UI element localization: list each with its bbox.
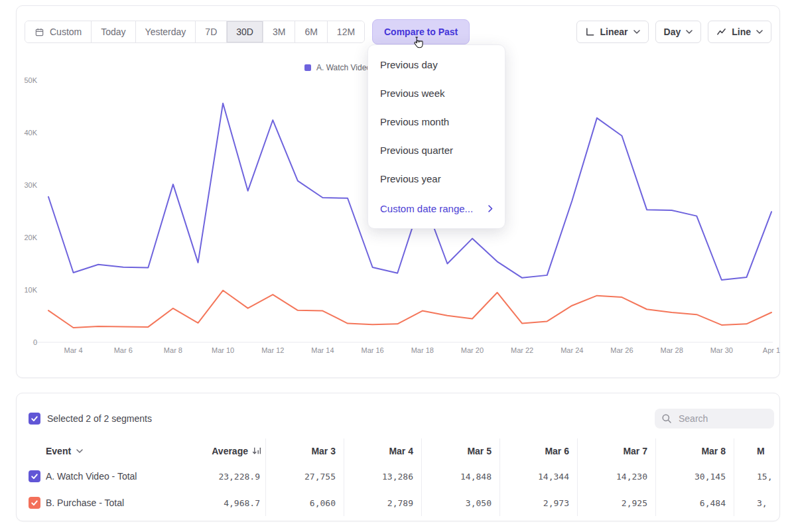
menu-item-previous-week[interactable]: Previous week [368, 79, 505, 107]
scale-label: Linear [600, 27, 628, 37]
menu-item-previous-quarter[interactable]: Previous quarter [368, 136, 505, 165]
svg-text:Apr 1: Apr 1 [763, 346, 780, 354]
cell-value: 2,973 [500, 490, 578, 516]
row-checkbox[interactable] [29, 497, 40, 509]
check-icon [31, 472, 38, 480]
custom-range-label: Custom [50, 27, 82, 37]
menu-item-custom-date-range[interactable]: Custom date range... [368, 194, 505, 223]
column-header-average[interactable]: Average [190, 438, 266, 463]
segment-label: B. Purchase - Total [46, 498, 124, 508]
select-all-checkbox[interactable] [29, 413, 40, 425]
svg-text:Mar 18: Mar 18 [411, 346, 434, 354]
cell-value: 13,286 [344, 463, 422, 490]
column-header-date: Mar 6 [500, 438, 578, 463]
segments-header: Selected 2 of 2 segments [29, 407, 774, 431]
cell-average: 4,968.7 [190, 490, 266, 516]
column-header-date: Mar 5 [422, 438, 500, 463]
cell-value: 27,755 [266, 463, 344, 490]
cell-value-partial: 3, [734, 490, 780, 516]
compare-menu: Previous day Previous week Previous mont… [367, 44, 505, 229]
svg-text:Mar 22: Mar 22 [511, 346, 533, 354]
check-icon [31, 499, 38, 507]
menu-item-previous-year[interactable]: Previous year [368, 165, 505, 193]
svg-text:Mar 10: Mar 10 [212, 346, 234, 354]
chevron-down-icon [76, 449, 83, 453]
column-header-event[interactable]: Event [17, 438, 190, 463]
custom-range-button[interactable]: Custom [25, 21, 92, 42]
sort-icon [252, 446, 262, 456]
chevron-down-icon [686, 30, 693, 34]
check-icon [31, 415, 38, 423]
cell-value: 30,145 [656, 463, 734, 490]
preset-3m[interactable]: 3M [263, 21, 295, 42]
line-chart-icon [716, 27, 726, 37]
preset-yesterday[interactable]: Yesterday [136, 21, 196, 42]
svg-text:50K: 50K [24, 76, 37, 84]
custom-date-range-label: Custom date range... [380, 203, 473, 214]
preset-7d[interactable]: 7D [196, 21, 227, 42]
svg-text:Mar 28: Mar 28 [661, 346, 683, 354]
menu-item-previous-day[interactable]: Previous day [368, 50, 505, 79]
segment-label: A. Watch Video - Total [46, 471, 137, 482]
table-row-watch-video: A. Watch Video - Total [17, 463, 190, 490]
cell-value: 14,230 [578, 463, 656, 490]
preset-6m[interactable]: 6M [295, 21, 327, 42]
search-icon [661, 413, 672, 424]
chevron-right-icon [488, 205, 493, 212]
chart-type-select[interactable]: Line [708, 21, 771, 43]
column-header-date-partial: M [734, 438, 780, 463]
cursor-pointer-icon [410, 35, 425, 50]
svg-text:Mar 20: Mar 20 [461, 346, 484, 354]
svg-text:Mar 26: Mar 26 [610, 346, 633, 354]
table-row-purchase: B. Purchase - Total [17, 490, 190, 516]
svg-text:Mar 4: Mar 4 [64, 346, 83, 354]
legend-swatch [304, 64, 311, 71]
svg-text:40K: 40K [24, 129, 37, 137]
cell-value: 2,925 [578, 490, 656, 516]
cell-value: 3,050 [422, 490, 500, 516]
svg-text:Mar 12: Mar 12 [261, 346, 284, 354]
row-checkbox[interactable] [29, 470, 40, 482]
chevron-down-icon [633, 30, 640, 34]
chart-toolbar: Custom Today Yesterday 7D 30D 3M 6M 12M … [25, 21, 771, 46]
cell-value: 6,484 [656, 490, 734, 516]
cell-value-partial: 15, [734, 463, 780, 490]
svg-text:20K: 20K [24, 233, 37, 241]
chart-card: Custom Today Yesterday 7D 30D 3M 6M 12M … [16, 5, 780, 378]
svg-text:Mar 16: Mar 16 [361, 346, 383, 354]
segments-card: Selected 2 of 2 segments Event Average M… [16, 393, 780, 521]
interval-label: Day [664, 27, 681, 37]
interval-select[interactable]: Day [655, 21, 702, 43]
column-header-date: Mar 7 [578, 438, 656, 463]
scale-select[interactable]: Linear [576, 21, 649, 43]
column-header-date: Mar 3 [266, 438, 344, 463]
axis-icon [585, 27, 595, 37]
average-header-label: Average [212, 446, 248, 456]
cell-value: 2,789 [344, 490, 422, 516]
svg-text:Mar 24: Mar 24 [561, 346, 583, 354]
segments-table: Event Average Mar 3 Mar 4 Mar 5 Mar 6 Ma… [17, 438, 780, 516]
search-input[interactable] [677, 413, 767, 425]
calendar-icon [34, 27, 44, 37]
selected-count-label: Selected 2 of 2 segments [47, 413, 152, 424]
column-header-date: Mar 8 [656, 438, 734, 463]
preset-30d[interactable]: 30D [227, 21, 263, 42]
preset-today[interactable]: Today [92, 21, 135, 42]
svg-text:10K: 10K [24, 286, 37, 294]
menu-item-previous-month[interactable]: Previous month [368, 107, 505, 136]
cell-value: 14,344 [500, 463, 578, 490]
svg-text:Mar 14: Mar 14 [311, 346, 334, 354]
preset-12m[interactable]: 12M [328, 21, 364, 42]
chevron-down-icon [756, 30, 763, 34]
svg-text:0: 0 [33, 338, 37, 346]
cell-value: 14,848 [422, 463, 500, 490]
chart-controls: Linear Day Line [576, 21, 771, 43]
date-range-group: Custom Today Yesterday 7D 30D 3M 6M 12M [25, 21, 365, 43]
svg-text:Mar 30: Mar 30 [710, 346, 733, 354]
svg-text:Mar 6: Mar 6 [114, 346, 133, 354]
chart-type-label: Line [732, 27, 751, 37]
search-box [655, 409, 774, 429]
event-header-label: Event [46, 446, 71, 456]
cell-value: 6,060 [266, 490, 344, 516]
svg-text:Mar 8: Mar 8 [164, 346, 182, 354]
